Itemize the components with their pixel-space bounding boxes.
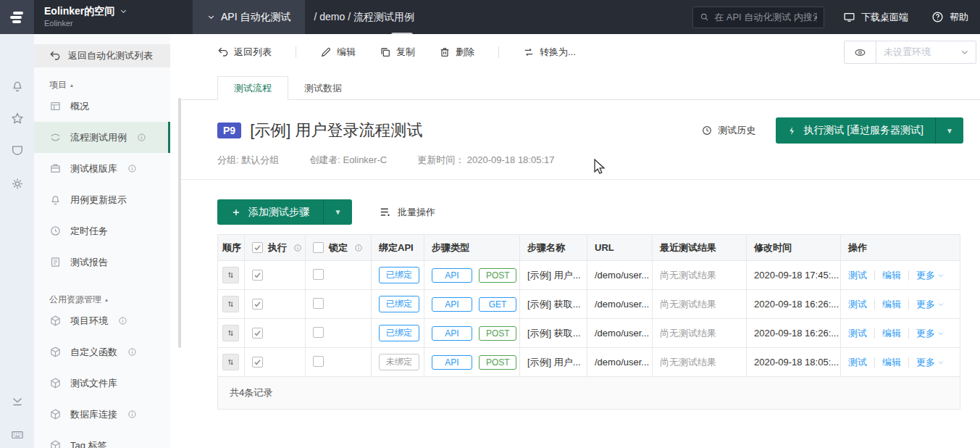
batch-actions-button[interactable]: 批量操作 [379, 206, 435, 219]
last-test-result: 尚无测试结果 [653, 290, 747, 319]
template-box-icon [49, 162, 62, 175]
global-search[interactable] [692, 7, 824, 28]
sidebar-item-scheduled-tasks[interactable]: 定时任务 [34, 215, 170, 246]
edit-button[interactable]: 编辑 [320, 46, 356, 59]
lock-checkbox[interactable] [313, 327, 324, 338]
overview-board-icon [49, 100, 62, 112]
delete-button[interactable]: 删除 [439, 46, 474, 59]
run-checkbox[interactable] [252, 357, 263, 368]
drag-handle[interactable] [222, 354, 239, 370]
row-more-link[interactable]: 更多 [916, 269, 945, 282]
section-shared-resources[interactable]: 公用资源管理 ▴ [49, 294, 170, 305]
bind-status-badge[interactable]: 已绑定 [379, 267, 419, 283]
sidebar-item-test-reports[interactable]: 测试报告 [34, 246, 170, 278]
step-name[interactable]: [示例] 获取... [520, 290, 587, 319]
row-test-link[interactable]: 测试 [848, 327, 867, 340]
convert-button[interactable]: 转换为... [523, 46, 576, 59]
run-checkbox[interactable] [252, 299, 263, 310]
steps-table: 顺序 执行 锁定 [217, 234, 960, 410]
run-test-dropdown[interactable]: ▼ [936, 127, 963, 135]
eolinker-logo[interactable] [0, 0, 34, 34]
section-project-label: 项目 [49, 79, 67, 91]
http-method-badge: POST [479, 355, 516, 370]
chevron-down-icon [937, 330, 945, 337]
step-name[interactable]: [示例] 用户... [520, 348, 587, 377]
sidebar-item-test-templates[interactable]: 测试模版库 [34, 153, 170, 184]
chevron-down-icon[interactable] [960, 48, 969, 57]
pocket-icon[interactable] [10, 144, 24, 158]
row-edit-link[interactable]: 编辑 [882, 298, 901, 311]
download-desktop-button[interactable]: 下载桌面端 [843, 11, 908, 24]
sidebar-item-custom-functions[interactable]: 自定义函数 [34, 336, 170, 368]
question-circle-icon [931, 11, 944, 23]
lock-checkbox[interactable] [313, 298, 324, 309]
row-more-link[interactable]: 更多 [916, 298, 945, 311]
batch-actions-label: 批量操作 [398, 206, 435, 219]
back-to-list-item[interactable]: 返回自动化测试列表 [34, 44, 170, 67]
icon-rail [0, 34, 34, 448]
divider [908, 270, 909, 281]
lock-all-checkbox[interactable] [313, 242, 324, 253]
back-to-list-button[interactable]: 返回列表 [217, 46, 272, 59]
bind-status-badge[interactable]: 已绑定 [379, 325, 419, 341]
add-step-button[interactable]: 添加测试步骤 ▼ [217, 199, 352, 225]
row-edit-link[interactable]: 编辑 [882, 269, 901, 282]
back-to-list-label: 返回自动化测试列表 [68, 49, 153, 62]
row-more-link[interactable]: 更多 [916, 356, 945, 369]
settings-gear-icon[interactable] [10, 177, 24, 191]
run-all-checkbox[interactable] [252, 242, 263, 253]
run-checkbox[interactable] [252, 270, 263, 281]
tab-test-flow[interactable]: 测试流程 [217, 76, 288, 100]
lock-checkbox[interactable] [313, 269, 324, 280]
row-more-label: 更多 [916, 269, 935, 282]
bind-status-badge[interactable]: 已绑定 [379, 296, 419, 312]
workspace-switcher[interactable]: Eolinker的空间 Eolinker [44, 5, 193, 29]
sidebar-item-case-update-notice[interactable]: 用例更新提示 [34, 184, 170, 215]
row-test-link[interactable]: 测试 [848, 356, 867, 369]
drag-handle[interactable] [222, 325, 239, 341]
sidebar-item-label: 数据库连接 [70, 408, 117, 421]
copy-button[interactable]: 复制 [380, 46, 415, 59]
row-test-link[interactable]: 测试 [848, 269, 867, 282]
info-icon [127, 164, 137, 173]
env-select-value[interactable]: 未设置环境 [876, 46, 960, 59]
step-url: /demo/user... [587, 261, 653, 290]
col-order: 顺序 [218, 235, 245, 261]
search-input[interactable] [714, 12, 817, 22]
test-history-button[interactable]: 测试历史 [701, 124, 755, 137]
step-name[interactable]: [示例] 获取... [520, 319, 587, 348]
sidebar-item-project-environment[interactable]: 项目环境 [34, 305, 170, 336]
run-test-button[interactable]: 执行测试 [通过服务器测试] ▼ [776, 117, 963, 144]
keyboard-shortcuts-icon[interactable] [10, 428, 24, 441]
add-step-dropdown[interactable]: ▼ [323, 199, 352, 225]
tab-test-data[interactable]: 测试数据 [288, 76, 358, 100]
row-edit-link[interactable]: 编辑 [882, 356, 901, 369]
sidebar-item-test-file-library[interactable]: 测试文件库 [34, 368, 170, 399]
sidebar-item-tags[interactable]: Tag 标签 [34, 430, 170, 448]
sidebar-item-flow-test-cases[interactable]: 流程测试用例 [34, 122, 170, 153]
table-header-row: 顺序 执行 锁定 [218, 235, 960, 261]
main-panel: 返回列表 编辑 复制 删除 转换为... 未设置环境 测试流程 [181, 34, 980, 448]
collapse-icon[interactable] [10, 395, 24, 409]
help-button[interactable]: 帮助 [931, 11, 968, 24]
divider [874, 299, 875, 310]
row-more-link[interactable]: 更多 [916, 327, 945, 340]
sidebar-item-database-connections[interactable]: 数据库连接 [34, 399, 170, 430]
sidebar-item-overview[interactable]: 概况 [34, 91, 170, 122]
cube-icon [49, 439, 62, 448]
divider [874, 270, 875, 281]
notifications-icon[interactable] [10, 79, 24, 93]
lock-checkbox[interactable] [313, 356, 324, 367]
row-test-link[interactable]: 测试 [848, 298, 867, 311]
drag-handle[interactable] [222, 296, 239, 312]
run-checkbox[interactable] [252, 328, 263, 339]
bind-status-badge[interactable]: 未绑定 [379, 354, 419, 370]
env-preview-button[interactable] [845, 41, 876, 63]
section-project[interactable]: 项目 ▴ [49, 79, 170, 91]
col-last-result: 最近测试结果 [653, 235, 747, 261]
step-name[interactable]: [示例] 用户... [520, 261, 587, 290]
row-edit-link[interactable]: 编辑 [882, 327, 901, 340]
drag-handle[interactable] [222, 267, 239, 283]
favorites-star-icon[interactable] [10, 112, 24, 125]
module-tab[interactable]: API 自动化测试 [193, 0, 305, 34]
